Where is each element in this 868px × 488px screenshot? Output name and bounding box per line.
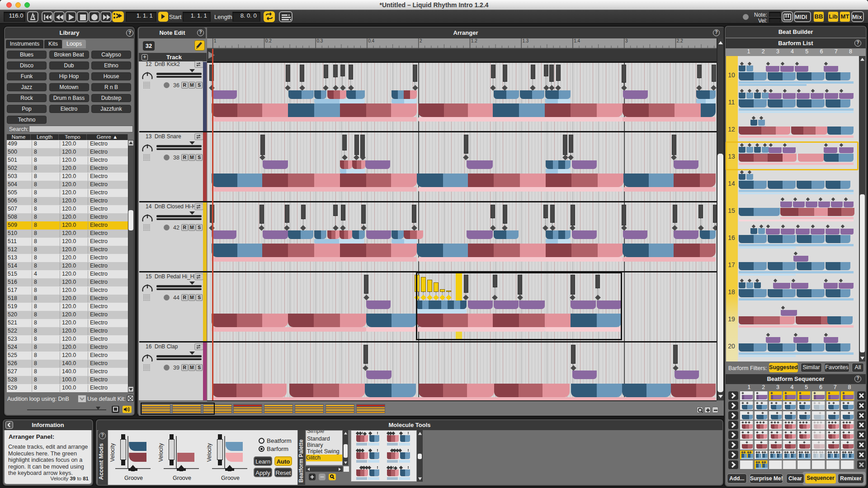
svg-text:3: 3 <box>625 38 628 43</box>
svg-text:1: 1 <box>214 38 217 43</box>
svg-text:2: 2 <box>420 38 422 43</box>
svg-text:0.4: 0.4 <box>368 38 374 43</box>
svg-text:1.2: 1.2 <box>471 38 477 43</box>
svg-text:0.3: 0.3 <box>317 38 323 43</box>
svg-text:0.2: 0.2 <box>265 38 272 43</box>
svg-text:1.4: 1.4 <box>574 38 580 43</box>
svg-text:2.2: 2.2 <box>677 38 683 43</box>
svg-text:1.3: 1.3 <box>523 38 529 43</box>
